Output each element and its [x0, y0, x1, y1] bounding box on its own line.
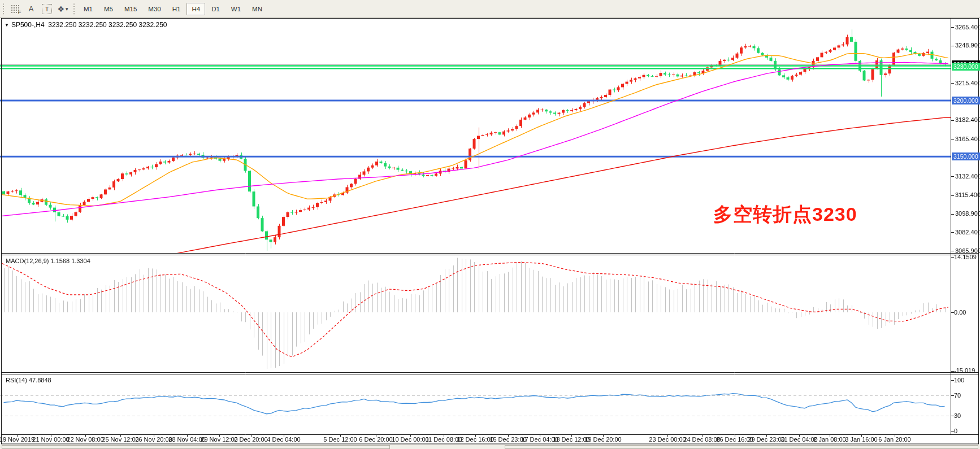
price-axis-label: 3182.400: [955, 116, 980, 123]
timeframe-button-m30[interactable]: M30: [143, 3, 166, 15]
t-glyph: T: [42, 4, 52, 14]
time-axis-label: 10 Dec 00:00: [392, 436, 428, 443]
price-axis-label: 3265.400: [955, 24, 980, 30]
timeframe-button-m1[interactable]: M1: [79, 3, 98, 15]
timeframe-button-h4[interactable]: H4: [187, 3, 205, 15]
time-axis-label: 6 Dec 20:00: [359, 436, 392, 443]
toolbar-grip[interactable]: [72, 3, 76, 15]
chart-annotation-text: 多空转折点3230: [713, 203, 857, 225]
timeframe-button-group: M1M5M15M30H1H4D1W1MN: [78, 0, 268, 18]
time-axis-label: 22 Nov 08:00: [67, 436, 103, 443]
time-axis-label: 21 Nov 00:00: [32, 436, 69, 443]
chart-symbol-title: ▼SP500-,H4 3232.250 3232.250 3232.250 32…: [5, 21, 167, 29]
price-chart-canvas[interactable]: [0, 18, 980, 449]
time-axis-label: 29 Nov 12:00: [201, 436, 237, 443]
macd-axis-label: 14.1509: [954, 254, 977, 260]
grid-glyph: F: [11, 5, 20, 13]
price-axis-label: 3132.400: [955, 173, 980, 180]
price-badge: 3150.000: [952, 152, 980, 160]
price-badge: 3200.000: [952, 97, 980, 104]
time-axis-label: 31 Dec 04:00: [780, 436, 817, 443]
timeframe-button-h1[interactable]: H1: [167, 3, 186, 15]
rsi-axis-label: 70: [954, 392, 961, 399]
time-axis-label: 5 Dec 12:00: [323, 436, 357, 443]
text-tool-icon[interactable]: T: [40, 2, 54, 16]
price-badge: 3230.000: [952, 63, 980, 71]
time-axis-label: 29 Dec 23:00: [748, 436, 784, 443]
timeframe-button-m15[interactable]: M15: [119, 3, 142, 15]
time-axis-label: 4 Dec 04:00: [267, 436, 300, 443]
templates-icon[interactable]: ❖ ▾: [55, 2, 70, 16]
price-axis-label: 3082.400: [955, 229, 980, 236]
price-axis-label: 3215.400: [955, 80, 980, 86]
time-axis-label: 24 Dec 08:00: [683, 436, 720, 443]
rsi-axis-label: 0: [954, 428, 957, 434]
time-axis-label: 3 Jan 16:00: [845, 436, 878, 443]
price-axis-label: 3248.900: [955, 42, 980, 49]
ohlc-values: 3232.250 3232.250 3232.250 3232.250: [48, 21, 167, 29]
chart-window: ▼SP500-,H4 3232.250 3232.250 3232.250 32…: [0, 18, 980, 449]
symbol-dropdown-icon[interactable]: ▼: [5, 23, 9, 28]
macd-axis-label: 0.00: [954, 309, 966, 316]
timeframe-button-m5[interactable]: M5: [99, 3, 118, 15]
time-axis-label: 19 Dec 20:00: [584, 436, 621, 443]
time-axis-label: 23 Dec 00:00: [649, 436, 686, 443]
time-axis-label: 26 Nov 20:00: [135, 436, 172, 443]
trading-platform-window: F A T ❖ ▾ M1M5M15M30H1H4D1W1MN ▼SP500-,H…: [0, 0, 980, 449]
time-axis-label: 19 Nov 2019: [0, 436, 34, 443]
main-toolbar: F A T ❖ ▾ M1M5M15M30H1H4D1W1MN: [0, 0, 980, 18]
rsi-indicator-label: RSI(14) 47.8848: [6, 377, 51, 383]
rsi-axis-label: 30: [954, 412, 961, 419]
chart-f-icon[interactable]: F: [8, 2, 23, 16]
timeframe-button-mn[interactable]: MN: [247, 3, 267, 15]
rsi-axis-label: 100: [954, 377, 964, 383]
time-axis-label: 25 Nov 12:00: [102, 436, 138, 443]
diamond-glyph: ❖: [57, 5, 64, 14]
macd-axis-label: -15.019: [954, 367, 975, 374]
dropdown-caret-icon: ▾: [66, 6, 68, 12]
time-axis-label: 2 Jan 08:00: [813, 436, 846, 443]
timeframe-button-d1[interactable]: D1: [206, 3, 225, 15]
price-axis-label: 3165.400: [955, 136, 980, 142]
price-axis-label: 3098.900: [955, 210, 980, 217]
status-section-left: [2, 445, 390, 449]
symbol-period-label: SP500-,H4: [11, 21, 45, 29]
toolbar-grip[interactable]: [2, 3, 6, 15]
price-axis-label: 3115.400: [955, 191, 980, 198]
status-section-right: [505, 445, 978, 449]
time-axis-label: 28 Nov 04:00: [168, 436, 205, 443]
timeframe-button-w1[interactable]: W1: [226, 3, 246, 15]
status-bar: [0, 444, 980, 449]
time-axis-label: 12 Dec 16:00: [457, 436, 493, 443]
a-glyph: A: [29, 5, 34, 13]
macd-indicator-label: MACD(12,26,9) 1.1568 1.3304: [6, 258, 90, 264]
cursor-a-icon[interactable]: A: [24, 2, 38, 16]
time-axis-label: 6 Jan 20:00: [878, 436, 911, 443]
time-axis-label: 2 Dec 20:00: [234, 436, 267, 443]
